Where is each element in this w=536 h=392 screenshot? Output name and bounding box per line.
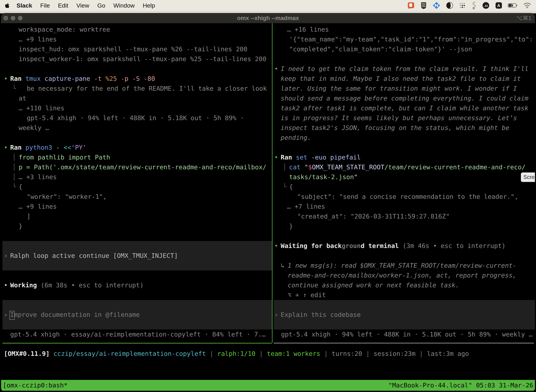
omx-status-segment: team:1 workers — [267, 350, 320, 357]
input-a-icon[interactable]: A — [495, 2, 502, 9]
terminal-text-line: │ — [12, 162, 16, 172]
menu-item-slack[interactable]: Slack — [17, 2, 32, 9]
terminal-text-line: inspect task2's JSON, focusing on the st… — [281, 123, 509, 133]
terminal-text-line: } — [289, 221, 293, 231]
terminal-text-line: { — [19, 182, 23, 192]
terminal-text-line: … +9 lines — [19, 34, 57, 44]
terminal-text-line: Improve documentation in @filename — [10, 310, 140, 320]
tmux-status-bar: [omx-cczip0:bash* "MacBook-Pro-44.local"… — [1, 380, 535, 391]
terminal-text-line: Ralph loop active continue [OMX_TMUX_INJ… — [10, 251, 178, 261]
terminal-text-line: … +16 lines — [287, 25, 329, 34]
omx-status-bar: [OMX#0.11.9] cczip/essay/ai-reimplementa… — [4, 349, 469, 359]
terminal-text-line: inspect_hud: omx sparkshell --tmux-pane … — [19, 44, 247, 54]
menu-status-icons: ..61 A — [407, 1, 531, 9]
terminal-text-line: keep that in mind. Maybe I also need the… — [281, 74, 521, 84]
terminal-text-line: Ran python3 - <<'PY' — [10, 143, 86, 152]
menu-item-go[interactable]: Go — [97, 2, 105, 9]
terminal-text-line: gpt-5.4 xhigh · essay/ai-reimplementatio… — [10, 330, 266, 339]
tooltip-label: Scre — [523, 174, 535, 180]
contrast-icon[interactable] — [446, 2, 453, 9]
menu-item-file[interactable]: File — [40, 2, 50, 9]
terminal-content: workspace_mode: worktree… +9 linesinspec… — [1, 13, 535, 392]
terminal-text-line: Working (6m 38s • esc to interrupt) — [10, 280, 144, 290]
terminal-text-line: … +110 lines — [19, 103, 64, 113]
terminal-text-line: • — [4, 143, 8, 152]
terminal-text-line: • — [274, 241, 278, 251]
terminal-text-line: ] — [27, 211, 31, 221]
squiggle-icon[interactable] — [471, 1, 477, 9]
terminal-text-line: "created_at": "2026-03-31T11:59:27.816Z" — [297, 211, 450, 221]
omx-status-segment: | — [416, 350, 427, 357]
terminal-text-line: │ — [12, 152, 16, 162]
terminal-text-line: • — [274, 64, 278, 74]
terminal-text-line: is in progress? It seems likely but perh… — [281, 113, 517, 123]
chat-icon[interactable] — [407, 2, 415, 9]
terminal-text-line: • — [274, 152, 278, 162]
omx-status-segment: session:23m — [373, 350, 415, 357]
terminal-text-line: gpt-5.4 xhigh · 94% left · 488K in · 5.1… — [281, 330, 532, 339]
terminal-text-line: workspace_mode: worktree — [19, 25, 110, 34]
terminal-text-line: I need to get the claim token from the c… — [281, 64, 528, 74]
terminal-text-line: gpt-5.4 xhigh · 94% left · 488K in · 5.1… — [27, 113, 244, 123]
omx-status-segment: | — [206, 350, 217, 357]
menu-item-help[interactable]: Help — [143, 2, 155, 9]
terminal-text-line: ↳ — [281, 261, 288, 271]
omx-status-segment: ralph:1/10 — [217, 350, 255, 357]
terminal-text-line: Explain this codebase — [281, 310, 361, 320]
tmux-host-clock: "MacBook-Pro-44.local" 05:03 31-Mar-26 — [388, 380, 533, 391]
terminal-text-line: 1 new msg(s): read $OMX_TEAM_STATE_ROOT/… — [288, 261, 516, 271]
wifi-icon[interactable] — [523, 2, 531, 9]
dots-grid-icon[interactable] — [459, 2, 466, 9]
menu-item-view[interactable]: View — [76, 2, 89, 9]
terminal-text-line: "completed","claim_token":"claim-token"}… — [289, 44, 472, 54]
macos-menu-bar: SlackFileEditViewGoWindowHelp ..61 A — [0, 0, 536, 11]
terminal-text-line: … +9 lines — [19, 202, 57, 211]
terminal-text-line: Ran set -euo pipefail — [281, 152, 361, 162]
menu-item-edit[interactable]: Edit — [58, 2, 68, 9]
battery-charging-icon[interactable] — [508, 3, 518, 8]
keypad-icon[interactable] — [420, 2, 427, 9]
tmux-session-label: [omx-cczip0:bash* — [3, 380, 67, 391]
terminal-text-line: '{"team_name":"my-team","task_id":"1","f… — [289, 34, 533, 44]
omx-status-segment: last:3m ago — [427, 350, 469, 357]
terminal-text-line: pending. — [281, 133, 311, 143]
terminal-text-line: readme-and-reco/mailbox/worker-1.json, a… — [288, 271, 516, 280]
terminal-text-line: └ — [12, 182, 16, 192]
terminal-text-line: › — [4, 310, 8, 320]
terminal-text-line: cat "$OMX_TEAM_STATE_ROOT/team/review-cu… — [289, 162, 526, 172]
menu-items: SlackFileEditViewGoWindowHelp — [17, 2, 155, 9]
terminal-text-line: • — [4, 74, 8, 84]
gauge-61-label: ..61 — [483, 4, 488, 7]
terminal-text-line: Waiting for background terminal (3m 46s … — [281, 241, 506, 251]
terminal-text-line: weekly … — [19, 123, 49, 133]
terminal-text-line: task2 after task1 is complete, but can I… — [281, 103, 528, 113]
terminal-text-line: } — [19, 221, 23, 231]
terminal-text-line: inspect_worker-1: omx sparkshell --tmux-… — [19, 54, 266, 64]
input-a-label: A — [497, 3, 500, 8]
terminal-text-line: │ — [283, 162, 287, 172]
terminal-text-line: tasks/task-2.json" — [289, 172, 358, 182]
terminal-text-line: be necessary for the end of the README. … — [27, 84, 267, 93]
omx-status-segment: | — [255, 350, 267, 357]
apple-menu-icon[interactable] — [5, 3, 10, 8]
terminal-text-line: continue assigned work or next feasible … — [288, 280, 459, 290]
menu-item-window[interactable]: Window — [113, 2, 135, 9]
terminal-text-line: "subject": "send a concise recommendatio… — [297, 192, 518, 202]
nav-icon[interactable] — [433, 2, 440, 9]
terminal-text-line: later. Using the same for transition mig… — [281, 84, 517, 93]
omx-status-segment: | — [362, 350, 373, 357]
terminal-text-line: › — [4, 251, 8, 261]
terminal-text-line: › — [274, 310, 278, 320]
terminal-text-line: p = Path('.omx/state/team/review-current… — [19, 162, 266, 172]
omx-status-segment — [50, 350, 53, 357]
terminal-text-line: ⌥ + ↑ edit — [288, 290, 326, 300]
gauge-61-icon[interactable]: ..61 — [482, 2, 490, 9]
terminal-text-line: "worker": "worker-1", — [27, 192, 107, 202]
terminal-text-line: … +7 lines — [287, 202, 325, 211]
terminal-text-line: should send a message before completing … — [281, 93, 528, 103]
omx-status-segment: [OMX#0.11.9] — [4, 350, 50, 357]
screen-tooltip: Scre — [521, 173, 535, 182]
terminal-window: omx --xhigh --madmax ⌥⌘1 workspace_mode:… — [1, 13, 535, 392]
omx-status-segment: turns:20 — [332, 350, 362, 357]
terminal-text-line: … +3 lines — [19, 172, 57, 182]
